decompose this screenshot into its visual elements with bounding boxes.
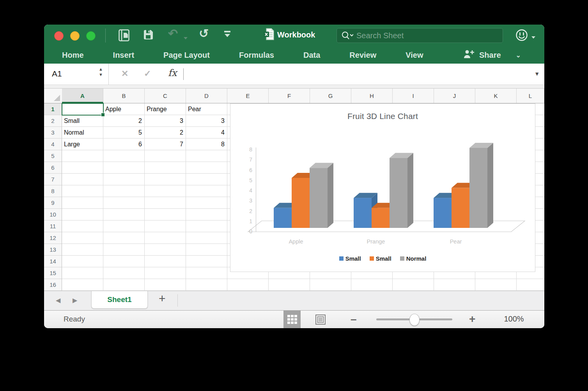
zoom-slider[interactable]	[376, 318, 452, 320]
cell-C4[interactable]: 7	[145, 139, 186, 150]
row-header-10[interactable]: 10	[44, 209, 62, 220]
cell-A4[interactable]: Large	[62, 139, 103, 150]
feedback-smiley-icon[interactable]	[515, 28, 528, 43]
active-cell-selection[interactable]	[62, 103, 104, 116]
column-header-j[interactable]: J	[434, 89, 475, 103]
formula-bar-expand-icon[interactable]: ▼	[534, 71, 540, 77]
save-icon[interactable]	[143, 29, 154, 42]
row-header-1[interactable]: 1	[44, 103, 62, 115]
row-header-12[interactable]: 12	[44, 232, 62, 244]
row-header-4[interactable]: 4	[44, 139, 62, 150]
row-header-11[interactable]: 11	[44, 220, 62, 232]
customize-toolbar-icon[interactable]	[224, 31, 230, 39]
close-button[interactable]	[54, 31, 64, 41]
cell-D4[interactable]: 8	[186, 139, 227, 150]
ribbon-tab-data[interactable]: Data	[303, 51, 320, 60]
column-header-f[interactable]: F	[269, 89, 310, 103]
sheet-tab-bar: ◀ ▶ Sheet1 +	[44, 291, 544, 310]
column-header-l[interactable]: L	[517, 89, 544, 103]
row-header-13[interactable]: 13	[44, 244, 62, 256]
zoom-slider-thumb[interactable]	[409, 314, 420, 326]
ribbon-tab-formulas[interactable]: Formulas	[239, 51, 274, 60]
share-button[interactable]: Share ⌄	[464, 47, 521, 64]
cell-B2[interactable]: 2	[103, 115, 145, 127]
row-header-5[interactable]: 5	[44, 150, 62, 162]
column-header-d[interactable]: D	[186, 89, 227, 103]
name-box[interactable]: A1 ▲▼	[44, 64, 109, 85]
search-input[interactable]	[356, 31, 503, 41]
ribbon-tab-review[interactable]: Review	[349, 51, 376, 60]
cell-C2[interactable]: 3	[145, 115, 186, 127]
fullscreen-button[interactable]	[86, 31, 96, 41]
cell-A3[interactable]: Normal	[62, 127, 103, 139]
column-header-g[interactable]: G	[310, 89, 351, 103]
redo-icon[interactable]: ↺	[199, 28, 209, 39]
row-header-7[interactable]: 7	[44, 174, 62, 185]
cell-B1[interactable]: Apple	[103, 103, 145, 115]
share-label: Share	[479, 51, 501, 60]
row-header-2[interactable]: 2	[44, 115, 62, 127]
column-header-b[interactable]: B	[103, 89, 145, 103]
search-icon	[342, 31, 353, 40]
new-workbook-icon[interactable]	[119, 29, 129, 43]
name-box-stepper[interactable]: ▲▼	[99, 67, 103, 77]
ribbon-tab-page-layout[interactable]: Page Layout	[163, 51, 210, 60]
svg-text:Pear: Pear	[450, 238, 462, 245]
cell-B4[interactable]: 6	[103, 139, 145, 150]
svg-text:6: 6	[249, 167, 252, 173]
row-header-6[interactable]: 6	[44, 162, 62, 174]
column-header-i[interactable]: I	[393, 89, 434, 103]
add-sheet-button[interactable]: +	[159, 292, 166, 305]
legend-item: Small	[339, 255, 361, 262]
toolbar-divider	[105, 28, 106, 43]
zoom-out-icon[interactable]: –	[351, 313, 357, 325]
row-header-16[interactable]: 16	[44, 279, 62, 291]
row-header-9[interactable]: 9	[44, 197, 62, 209]
svg-text:3: 3	[249, 197, 252, 204]
feedback-dropdown-icon[interactable]	[531, 33, 535, 40]
next-sheet-icon[interactable]: ▶	[73, 297, 77, 304]
cell-D3[interactable]: 4	[186, 127, 227, 139]
tab-bar-divider	[177, 294, 178, 307]
zoom-in-icon[interactable]: +	[469, 313, 475, 325]
chart-plot-area: 012345678ApplePrangePear	[230, 104, 535, 272]
row-header-3[interactable]: 3	[44, 127, 62, 139]
cell-A2[interactable]: Small	[62, 115, 103, 127]
ribbon-tab-home[interactable]: Home	[62, 51, 84, 60]
chart-legend: SmallSmallNormal	[230, 255, 535, 262]
sheet-grid: ApplePrangePearSmall233Normal524Large678…	[44, 103, 544, 291]
search-box[interactable]	[337, 28, 503, 43]
fill-handle[interactable]	[101, 113, 105, 117]
zoom-level[interactable]: 100%	[496, 315, 531, 323]
insert-function-icon[interactable]: fx	[168, 68, 177, 78]
ribbon-tab-insert[interactable]: Insert	[113, 51, 134, 60]
page-layout-view-button[interactable]	[312, 311, 329, 328]
legend-swatch-icon	[370, 256, 374, 261]
excel-file-icon	[264, 28, 274, 42]
prev-sheet-icon[interactable]: ◀	[56, 297, 60, 304]
row-header-15[interactable]: 15	[44, 267, 62, 279]
fruit-chart[interactable]: Fruit 3D Line Chart 012345678ApplePrange…	[230, 103, 535, 272]
cell-C3[interactable]: 2	[145, 127, 186, 139]
enter-icon[interactable]: ✓	[144, 69, 151, 79]
ribbon-tab-view[interactable]: View	[406, 51, 423, 60]
undo-dropdown-icon	[184, 34, 188, 41]
svg-text:2: 2	[249, 208, 252, 214]
column-header-c[interactable]: C	[145, 89, 186, 103]
cell-B3[interactable]: 5	[103, 127, 145, 139]
cell-C1[interactable]: Prange	[145, 103, 186, 115]
cancel-icon[interactable]: ✕	[121, 69, 128, 79]
column-header-k[interactable]: K	[475, 89, 517, 103]
row-header-14[interactable]: 14	[44, 256, 62, 267]
normal-view-button[interactable]	[283, 311, 301, 328]
row-header-8[interactable]: 8	[44, 185, 62, 197]
column-header-e[interactable]: E	[227, 89, 269, 103]
cell-D2[interactable]: 3	[186, 115, 227, 127]
sheet-tab-sheet1[interactable]: Sheet1	[91, 291, 148, 309]
column-header-h[interactable]: H	[351, 89, 393, 103]
column-header-a[interactable]: A	[62, 89, 103, 103]
select-all-corner[interactable]	[44, 89, 62, 103]
minimize-button[interactable]	[70, 31, 80, 41]
ribbon-collapse-icon[interactable]: ⌄	[516, 52, 521, 59]
cell-D1[interactable]: Pear	[186, 103, 227, 115]
